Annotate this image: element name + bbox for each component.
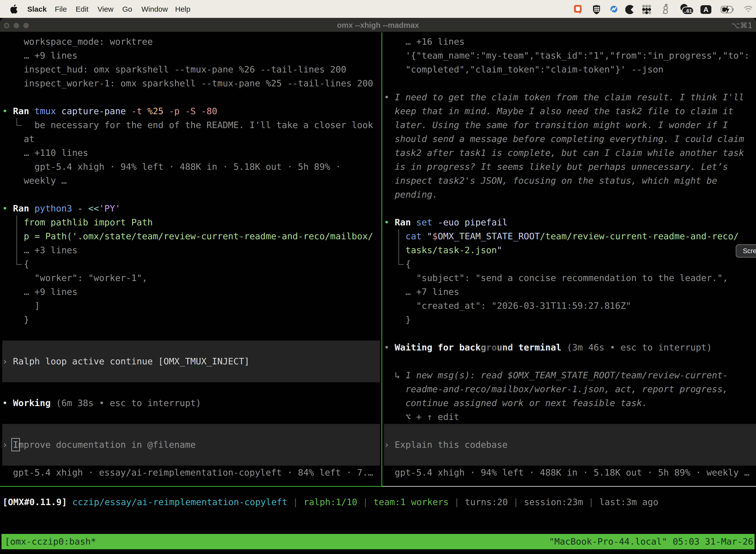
- window-shortcut-badge: ⌥⌘1: [731, 18, 753, 32]
- terminal-line: weekly …: [2, 174, 67, 188]
- terminal-line: is in progress? It seems likely but perh…: [384, 160, 728, 174]
- svg-text:..61: ..61: [683, 8, 692, 14]
- wireshark-dragon-icon[interactable]: [662, 0, 669, 18]
- terminal-line: workspace_mode: worktree: [2, 35, 153, 49]
- terminal-line: p = Path('.omx/state/team/review-current…: [2, 229, 373, 243]
- terminal-line: '{"team_name":"my-team","task_id":"1","f…: [384, 49, 750, 63]
- terminal-line: cat "$OMX_TEAM_STATE_ROOT/team/review-cu…: [384, 229, 739, 243]
- screen: Slack File Edit View Go Window Help: [0, 0, 756, 554]
- terminal-line: readme-and-reco/mailbox/worker-1.json, a…: [384, 382, 728, 396]
- terminal-line: "subject": "send a concise recommendatio…: [384, 271, 728, 285]
- menu-item-file[interactable]: File: [55, 0, 67, 18]
- timer-badge-icon[interactable]: ..61: [679, 0, 694, 18]
- omx-status-line: [OMX#0.11.9] cczip/essay/ai-reimplementa…: [2, 495, 658, 509]
- terminal-line: at: [2, 132, 35, 146]
- terminal-line: • I need to get the claim token from the…: [384, 90, 744, 104]
- apple-icon[interactable]: [9, 4, 18, 14]
- terminal-line: }: [384, 313, 411, 327]
- input-source-icon[interactable]: A: [700, 0, 712, 18]
- terminal-line: from pathlib import Path: [2, 215, 153, 229]
- terminal-line: "completed","claim_token":"claim-token"}…: [384, 63, 664, 76]
- terminal-line: inspect_worker-1: omx sparkshell --tmux-…: [2, 76, 373, 90]
- terminal-line: ⌥ + ↑ edit: [384, 410, 459, 424]
- terminal-line: pending.: [384, 188, 438, 202]
- menu-bar: Slack File Edit View Go Window Help: [0, 0, 756, 18]
- menu-item-help[interactable]: Help: [175, 0, 190, 18]
- terminal-line: • Working (6m 38s • esc to interrupt): [2, 396, 201, 410]
- terminal-line: task2 after task1 is complete, but can I…: [384, 146, 744, 160]
- terminal-line: gpt-5.4 xhigh · essay/ai-reimplementatio…: [2, 466, 373, 480]
- terminal-line: … +3 lines: [2, 243, 77, 257]
- terminal-line: should send a message before completing …: [384, 132, 744, 146]
- tmux-pane-divider[interactable]: [381, 32, 382, 487]
- terminal-line: … +9 lines: [2, 49, 77, 63]
- dots-grid-icon[interactable]: [642, 0, 651, 18]
- terminal-line: gpt-5.4 xhigh · 94% left · 488K in · 5.1…: [2, 160, 341, 174]
- menu-item-view[interactable]: View: [98, 0, 113, 18]
- terminal-line: • Ran set -euo pipefail: [384, 215, 508, 229]
- terminal-line: continue assigned work or next feasible …: [384, 396, 647, 410]
- terminal-window: omx --xhigh --madmax ⌥⌘1 workspace_mode:…: [0, 18, 756, 554]
- terminal-line: inspect_hud: omx sparkshell --tmux-pane …: [2, 63, 346, 76]
- tmux-status-bar: [omx-cczip0:bash* "MacBook-Pro-44.local"…: [1, 534, 755, 549]
- tmux-session-name: [omx-cczip0:bash*: [5, 534, 96, 549]
- terminal-line: }: [2, 313, 29, 327]
- terminal-line: ↳ 1 new msg(s): read $OMX_TEAM_STATE_ROO…: [384, 368, 728, 382]
- tmux-pane-border-active: [0, 486, 382, 487]
- terminal-line: • Ran python3 - <<'PY': [2, 202, 121, 215]
- tmux-host-clock: "MacBook-Pro-44.local" 05:03 31-Mar-26: [549, 534, 753, 549]
- dark-camera-icon[interactable]: [625, 0, 634, 18]
- terminal-line: … +110 lines: [2, 146, 88, 160]
- menu-item-window[interactable]: Window: [141, 0, 168, 18]
- terminal-line: {: [384, 257, 411, 271]
- menu-item-edit[interactable]: Edit: [76, 0, 88, 18]
- terminal-line: › Explain this codebase: [384, 438, 508, 452]
- screen-share-button[interactable]: Scre: [736, 244, 756, 258]
- terminal-line: › Improve documentation in @filename: [2, 438, 196, 452]
- terminal-line: keep that in mind. Maybe I also need the…: [384, 104, 734, 118]
- chat-app-icon[interactable]: [574, 0, 582, 18]
- svg-text:A: A: [703, 6, 708, 13]
- terminal-line: inspect task2's JSON, focusing on the st…: [384, 174, 717, 188]
- terminal-line: … +7 lines: [384, 285, 459, 299]
- blue-badge-icon[interactable]: [610, 0, 618, 18]
- terminal-line: be necessary for the end of the README. …: [2, 118, 373, 132]
- terminal-line: later. Using the same for transition mig…: [384, 118, 728, 132]
- terminal-line: › Ralph loop active continue [OMX_TMUX_I…: [2, 354, 250, 368]
- shield-grid-icon[interactable]: [592, 0, 601, 18]
- terminal-content: workspace_mode: worktree … +9 lines insp…: [0, 32, 756, 554]
- tmux-pane-border-inactive: [382, 486, 756, 487]
- terminal-line: • Ran tmux capture-pane -t %25 -p -S -80: [2, 104, 217, 118]
- wifi-icon[interactable]: [744, 0, 753, 18]
- terminal-line: gpt-5.4 xhigh · 94% left · 488K in · 5.1…: [384, 466, 750, 480]
- terminal-line: … +9 lines: [2, 285, 77, 299]
- battery-charging-icon[interactable]: [720, 0, 734, 18]
- window-title: omx --xhigh --madmax: [0, 18, 756, 32]
- terminal-line: • Waiting for background terminal (3m 46…: [384, 340, 712, 354]
- window-titlebar[interactable]: omx --xhigh --madmax ⌥⌘1: [0, 18, 756, 32]
- menu-item-go[interactable]: Go: [122, 0, 132, 18]
- terminal-line: "created_at": "2026-03-31T11:59:27.816Z": [384, 299, 631, 313]
- terminal-line: … +16 lines: [384, 35, 464, 49]
- terminal-line: tasks/task-2.json": [384, 243, 502, 257]
- terminal-line: {: [2, 257, 29, 271]
- menu-app-name[interactable]: Slack: [27, 0, 47, 18]
- terminal-line: "worker": "worker-1",: [2, 271, 147, 285]
- terminal-line: ]: [2, 299, 40, 313]
